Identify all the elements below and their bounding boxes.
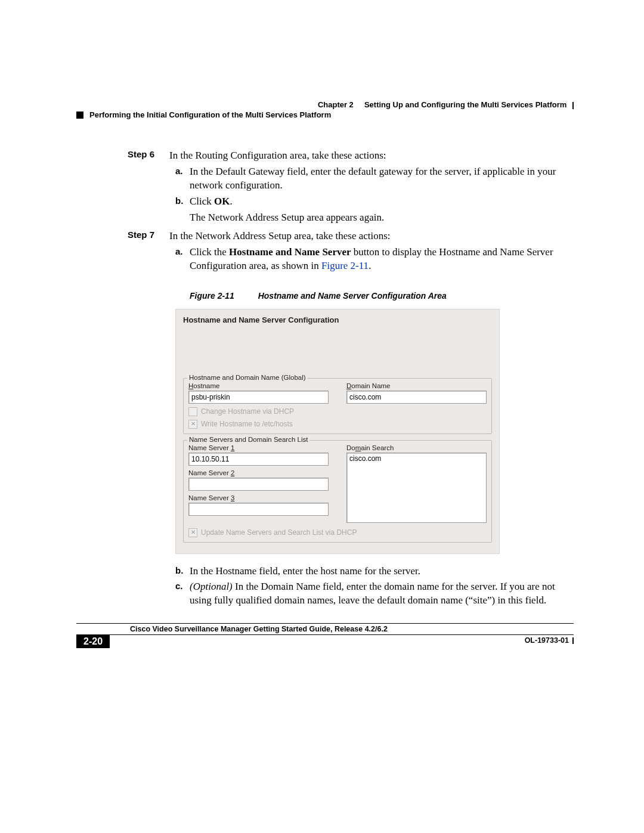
step-7-a-text: Click the Hostname and Name Server butto… [190, 246, 569, 273]
step-6-a-label: a. [175, 165, 190, 193]
step-7-a-label: a. [175, 246, 190, 273]
checkbox-checked-icon[interactable]: ✕ [188, 528, 197, 537]
page-footer: Cisco Video Surveillance Manager Getting… [76, 623, 574, 648]
step-7-label: Step 7 [128, 230, 169, 243]
hostname-input[interactable] [188, 391, 329, 404]
step-6-label: Step 6 [128, 149, 169, 163]
step-7-a-prefix: Click the [190, 246, 229, 258]
step-6-text: In the Routing Configuration area, take … [169, 149, 569, 163]
step-7-c-body: In the Domain Name field, enter the doma… [190, 581, 555, 606]
domain-input[interactable] [346, 391, 487, 404]
nameservers-fieldset: Name Servers and Domain Search List Name… [183, 440, 492, 543]
ns1-input[interactable] [188, 453, 329, 466]
step-7-a-suffix: . [369, 260, 371, 271]
step-6-a-text: In the Default Gateway field, enter the … [190, 165, 569, 193]
footer-separator [572, 637, 574, 644]
section-bullet-icon [76, 112, 83, 119]
dhcp-hostname-checkbox-label: Change Hostname via DHCP [201, 407, 294, 416]
document-page: Chapter 2 Setting Up and Configuring the… [0, 0, 644, 833]
chapter-line: Chapter 2 Setting Up and Configuring the… [76, 100, 574, 109]
hostname-label: Hostname [188, 382, 329, 389]
step-6-b-bold: OK [214, 196, 230, 207]
step-7-b-label: b. [175, 565, 190, 578]
etchosts-checkbox-row: ✕ Write Hostname to /etc/hosts [188, 420, 487, 429]
checkbox-icon[interactable] [188, 407, 197, 416]
step-6-b: b. Click OK. [175, 195, 569, 209]
etchosts-checkbox-label: Write Hostname to /etc/hosts [201, 420, 293, 428]
section-line: Performing the Initial Configuration of … [76, 110, 574, 119]
fieldset-legend-2: Name Servers and Domain Search List [187, 436, 309, 443]
domain-label: Domain Name [346, 382, 487, 389]
figure-link[interactable]: Figure 2-11 [321, 260, 369, 271]
figure-number: Figure 2-11 [190, 291, 234, 301]
step-7-b: b. In the Hostname field, enter the host… [175, 565, 569, 578]
step-7-a-bold: Hostname and Name Server [229, 246, 351, 258]
footer-guide-title: Cisco Video Surveillance Manager Getting… [76, 625, 574, 633]
dhcp-hostname-checkbox-row: Change Hostname via DHCP [188, 407, 487, 416]
step-6-b-text: Click OK. [190, 195, 569, 209]
page-header: Chapter 2 Setting Up and Configuring the… [76, 100, 574, 119]
ns2-label: Name Server 2 [188, 469, 329, 476]
step-7-c: c. (Optional) In the Domain Name field, … [175, 580, 569, 608]
step-7-a: a. Click the Hostname and Name Server bu… [175, 246, 569, 273]
step-6-b-suffix: . [230, 196, 233, 207]
step-7-c-label: c. [175, 580, 190, 608]
step-6-a: a. In the Default Gateway field, enter t… [175, 165, 569, 193]
step-6: Step 6 In the Routing Configuration area… [128, 149, 569, 163]
domain-search-input[interactable] [346, 453, 487, 523]
step-7: Step 7 In the Network Address Setup area… [128, 230, 569, 243]
figure-title: Hostname and Name Server Configuration A… [258, 291, 447, 301]
ns1-label: Name Server 1 [188, 444, 329, 451]
ns3-label: Name Server 3 [188, 494, 329, 501]
step-7-text: In the Network Address Setup area, take … [169, 230, 569, 243]
page-body: Step 6 In the Routing Configuration area… [128, 149, 569, 608]
step-7-c-optional: (Optional) [190, 581, 233, 592]
step-7-c-text: (Optional) In the Domain Name field, ent… [190, 580, 569, 608]
doc-number: OL-19733-01 [525, 635, 574, 648]
ns3-input[interactable] [188, 503, 329, 516]
dialog-title: Hostname and Name Server Configuration [176, 309, 499, 378]
domain-search-label: Domain Search [346, 444, 487, 451]
config-screenshot: Hostname and Name Server Configuration H… [175, 309, 500, 554]
chapter-label: Chapter 2 [318, 100, 354, 109]
page-number: 2-20 [76, 635, 110, 648]
step-7-b-text: In the Hostname field, enter the host na… [190, 565, 569, 578]
dhcp-ns-checkbox-label: Update Name Servers and Search List via … [201, 528, 357, 537]
chapter-title: Setting Up and Configuring the Multi Ser… [364, 100, 566, 109]
figure-caption: Figure 2-11Hostname and Name Server Conf… [190, 291, 569, 301]
checkbox-checked-icon[interactable]: ✕ [188, 420, 197, 429]
ns2-input[interactable] [188, 478, 329, 491]
dhcp-ns-checkbox-row: ✕ Update Name Servers and Search List vi… [188, 528, 487, 537]
hostname-domain-fieldset: Hostname and Domain Name (Global) Hostna… [183, 378, 492, 434]
step-6-b-prefix: Click [190, 196, 214, 207]
step-6-b-follow: The Network Address Setup area appears a… [190, 211, 569, 225]
header-separator [572, 102, 574, 109]
section-title: Performing the Initial Configuration of … [89, 110, 331, 119]
step-6-b-label: b. [175, 195, 190, 209]
fieldset-legend-1: Hostname and Domain Name (Global) [187, 374, 308, 381]
